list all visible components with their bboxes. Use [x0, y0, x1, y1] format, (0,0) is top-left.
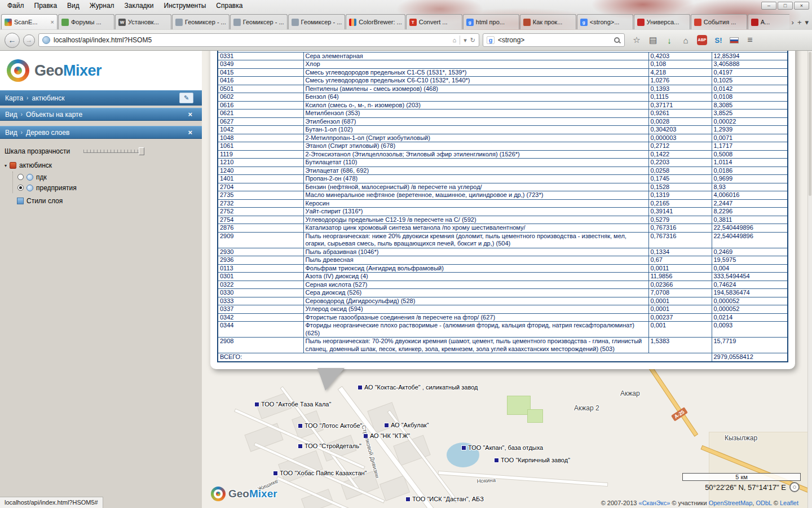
url-dropdown-icon[interactable]: ▾ [464, 37, 467, 44]
radio-button[interactable] [17, 185, 24, 191]
scrollbar-thumb[interactable] [809, 52, 811, 196]
history-icon[interactable]: ▤ [648, 35, 658, 45]
minimize-button[interactable]: – [761, 2, 776, 10]
tab[interactable]: W Установк... × [115, 14, 171, 29]
enterprise-label[interactable]: ТОО "Кирпичный завод" [495, 457, 570, 463]
panel-close-icon[interactable]: × [188, 110, 192, 119]
attribution-part[interactable]: © [772, 500, 780, 506]
tree-layer-item[interactable]: предприятия [17, 182, 202, 193]
menu-item[interactable]: Журнал [85, 1, 120, 11]
attribution-part[interactable]: «СканЭкс» [639, 500, 670, 506]
menu-item[interactable]: Вид [62, 1, 85, 11]
enterprise-marker-icon[interactable] [298, 444, 302, 448]
menu-item[interactable]: Закладки [120, 1, 159, 11]
menu-item[interactable]: Инструменты [159, 1, 211, 11]
reload-icon[interactable]: ↻ [470, 37, 475, 44]
enterprise-marker-icon[interactable] [273, 471, 277, 475]
opacity-slider[interactable] [83, 147, 144, 156]
close-button[interactable]: × [794, 2, 809, 10]
search-engine-icon[interactable]: g [487, 36, 495, 44]
enterprise-label[interactable]: АО "Акбулак" [385, 422, 429, 428]
tree-styles-label[interactable]: Стили слоя [27, 197, 63, 205]
edit-map-icon[interactable]: ✎ [179, 93, 193, 103]
tab[interactable]: Универса... × [634, 14, 690, 29]
flag-icon[interactable] [730, 37, 739, 43]
tree-expander-icon[interactable]: ▾ [5, 163, 7, 168]
tree-layer-label[interactable]: пдк [36, 173, 47, 181]
downloads-icon[interactable]: ↓ [664, 36, 674, 45]
enterprise-label[interactable]: ТОО "Хобас Пайпс Казахстан" [273, 470, 367, 476]
attribution-part[interactable]: © участники [670, 500, 708, 506]
tab[interactable]: ColorBrewer: ... × [346, 14, 405, 29]
home-shortcut-icon[interactable]: ⌂ [453, 37, 457, 43]
app-menu-icon[interactable]: ≡ [745, 35, 755, 45]
opacity-slider-thumb[interactable] [139, 147, 144, 155]
menu-item[interactable]: Справка [211, 1, 248, 11]
s-extension-icon[interactable]: S! [713, 36, 723, 45]
attribution-part[interactable]: © 2007-2013 [601, 500, 639, 506]
new-tab-button[interactable]: + [797, 18, 802, 27]
attribution-part[interactable]: Leaflet [780, 500, 798, 506]
panel-header-layers[interactable]: Вид › Дерево слоев × [0, 126, 202, 139]
enterprise-label[interactable]: АО "НК "КТЖ" [364, 432, 410, 439]
tab[interactable]: Геомиксер - ... × [172, 14, 230, 29]
tab[interactable]: T Convert ... × [406, 14, 462, 29]
tab[interactable]: g <strong>... × [577, 14, 633, 29]
menu-item[interactable]: Файл [2, 1, 29, 11]
enterprise-label[interactable]: ТОО "Лотос Актобе" [298, 422, 363, 429]
site-identity-icon[interactable] [42, 36, 50, 44]
tab[interactable]: Как прок... × [520, 14, 576, 29]
enterprise-marker-icon[interactable] [255, 402, 259, 406]
maximize-button[interactable]: □ [778, 2, 793, 10]
v-scrollbar[interactable] [807, 51, 812, 508]
search-bar[interactable]: g <strong> [483, 33, 625, 47]
tab[interactable]: А... × [748, 14, 789, 29]
tab-scroll-right-icon[interactable]: › [792, 18, 794, 27]
attribution-part[interactable]: OpenStreetMap [709, 500, 753, 506]
enterprise-marker-icon[interactable] [406, 497, 410, 501]
bookmark-star-icon[interactable]: ☆ [632, 35, 642, 45]
attribution-part[interactable]: ODbL [756, 500, 771, 506]
tree-styles-item[interactable]: Стили слоя [17, 195, 202, 206]
enterprise-marker-icon[interactable] [495, 458, 498, 462]
radio-button[interactable] [17, 174, 24, 180]
back-button[interactable]: ← [5, 33, 20, 48]
name-cell: Метилбензол (353) [303, 110, 648, 118]
tab[interactable]: Форумы ... × [58, 14, 114, 29]
enterprise-label[interactable]: ТОО "Стройдеталь" [298, 443, 361, 449]
adblock-icon[interactable]: ABP [697, 35, 707, 45]
enterprise-marker-icon[interactable] [385, 423, 389, 427]
enterprise-label[interactable]: ТОО "Актобе Таза Кала" [255, 401, 331, 408]
enterprise-label[interactable]: ТОО "ИСК "Дастан", АБЗ [406, 496, 484, 502]
locate-icon[interactable] [789, 482, 800, 492]
panel-header-objects[interactable]: Вид › Объекты на карте × [0, 108, 202, 121]
menu-item[interactable]: Правка [29, 1, 63, 11]
enterprise-label[interactable]: ТОО "Акпан", база отдыха [462, 444, 543, 451]
home-icon[interactable]: ⌂ [681, 36, 691, 45]
breadcrumb-map-bar[interactable]: Карта › актюбинск ✎ [0, 90, 202, 106]
tree-root-item[interactable]: ▾ актюбинск [5, 161, 202, 169]
tab[interactable]: Геомиксер - ... × [288, 14, 346, 29]
url-bar[interactable]: localhost/api/index.html?HSOM5 ⌂ ▾ ↻ [38, 33, 479, 47]
name-cell: Серная кислота (527) [303, 281, 648, 289]
search-input[interactable]: <strong> [498, 36, 610, 44]
code-cell: 2876 [218, 224, 303, 233]
enterprise-marker-icon[interactable] [462, 446, 466, 450]
tab[interactable]: ScanE... × [1, 14, 58, 29]
url-text[interactable]: localhost/api/index.html?HSOM5 [54, 36, 449, 44]
enterprise-marker-icon[interactable] [364, 434, 368, 438]
search-icon[interactable] [614, 37, 621, 44]
tree-layer-item[interactable]: пдк [17, 172, 202, 182]
enterprise-marker-icon[interactable] [298, 424, 302, 428]
forward-button[interactable]: → [23, 34, 35, 46]
tree-layer-label[interactable]: предприятия [36, 184, 77, 192]
enterprise-label[interactable]: АО "Коктас-Актобе" , силикатный завод [358, 384, 478, 391]
tab[interactable]: g html про... × [463, 14, 519, 29]
tab-close-icon[interactable]: × [51, 19, 54, 25]
enterprise-marker-icon[interactable] [358, 386, 362, 389]
list-all-tabs-icon[interactable]: ▾ [805, 18, 809, 27]
tree-root-label[interactable]: актюбинск [19, 161, 52, 169]
tab[interactable]: События ... × [691, 14, 747, 29]
tab[interactable]: Геомиксер - ... × [230, 14, 288, 29]
panel-close-icon[interactable]: × [188, 128, 192, 137]
